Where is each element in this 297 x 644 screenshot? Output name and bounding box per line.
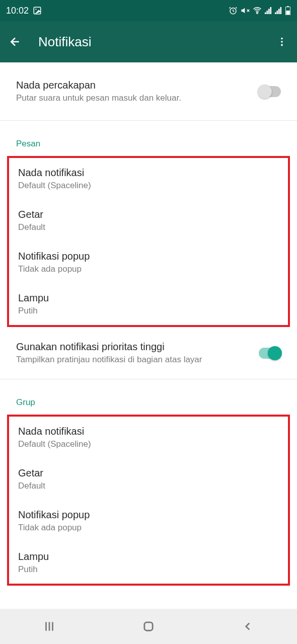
- more-vert-icon: [276, 36, 287, 47]
- pesan-priority-toggle[interactable]: [259, 348, 281, 359]
- section-pesan: Pesan Nada notifikasi Default (Spaceline…: [0, 121, 297, 379]
- grup-light-item[interactable]: Lampu Putih: [9, 542, 288, 584]
- section-grup: Grup Nada notifikasi Default (Spaceline)…: [0, 379, 297, 586]
- setting-text: Gunakan notifikasi prioritas tinggi Tamp…: [16, 341, 259, 365]
- pesan-header: Pesan: [0, 121, 297, 156]
- setting-text: Nada percakapan Putar suara untuk pesan …: [16, 79, 259, 103]
- signal-icon: [265, 7, 272, 15]
- pesan-priority-subtitle: Tampilkan pratinjau notifikasi di bagian…: [16, 355, 259, 365]
- svg-point-1: [35, 9, 36, 10]
- content: Nada percakapan Putar suara untuk pesan …: [0, 62, 297, 586]
- svg-rect-7: [268, 9, 270, 15]
- pesan-vibrate-title: Getar: [18, 209, 279, 220]
- app-bar: Notifikasi: [0, 21, 297, 62]
- home-icon: [141, 619, 156, 633]
- pesan-notification-sound-title: Nada notifikasi: [18, 167, 279, 179]
- svg-rect-8: [270, 7, 272, 14]
- svg-rect-22: [144, 622, 153, 630]
- grup-notification-sound-subtitle: Default (Spaceline): [18, 439, 279, 449]
- image-icon: [33, 6, 42, 15]
- setting-text: Lampu Putih: [18, 551, 279, 575]
- section-general: Nada percakapan Putar suara untuk pesan …: [0, 62, 297, 121]
- svg-rect-12: [280, 7, 282, 14]
- menu-button[interactable]: [275, 35, 289, 49]
- recents-icon: [43, 620, 56, 633]
- svg-rect-6: [267, 11, 268, 14]
- back-nav-button[interactable]: [238, 616, 258, 636]
- pesan-priority-item[interactable]: Gunakan notifikasi prioritas tinggi Tamp…: [0, 327, 297, 379]
- setting-text: Notifikasi popup Tidak ada popup: [18, 509, 279, 533]
- back-button[interactable]: [8, 35, 22, 49]
- setting-text: Getar Default: [18, 467, 279, 491]
- svg-rect-15: [286, 11, 289, 15]
- status-bar: 10:02: [0, 0, 297, 21]
- pesan-popup-item[interactable]: Notifikasi popup Tidak ada popup: [9, 242, 288, 283]
- svg-rect-9: [275, 13, 276, 15]
- setting-text: Nada notifikasi Default (Spaceline): [18, 167, 279, 191]
- conversation-sound-subtitle: Putar suara untuk pesan masuk dan keluar…: [16, 93, 259, 103]
- status-right: [229, 6, 291, 15]
- grup-header: Grup: [0, 379, 297, 415]
- signal-icon-2: [275, 7, 282, 15]
- grup-popup-subtitle: Tidak ada popup: [18, 523, 279, 533]
- pesan-notification-sound-subtitle: Default (Spaceline): [18, 181, 279, 191]
- grup-vibrate-item[interactable]: Getar Default: [9, 458, 288, 500]
- svg-point-17: [281, 41, 283, 43]
- pesan-light-subtitle: Putih: [18, 306, 279, 316]
- home-button[interactable]: [138, 616, 159, 636]
- grup-light-title: Lampu: [18, 551, 279, 562]
- svg-rect-10: [277, 11, 278, 14]
- grup-notification-sound-title: Nada notifikasi: [18, 426, 279, 437]
- pesan-light-item[interactable]: Lampu Putih: [9, 283, 288, 325]
- pesan-vibrate-item[interactable]: Getar Default: [9, 200, 288, 242]
- conversation-sound-toggle[interactable]: [259, 86, 281, 97]
- wifi-icon: [253, 6, 262, 15]
- pesan-notification-sound-item[interactable]: Nada notifikasi Default (Spaceline): [9, 158, 288, 200]
- app-title: Notifikasi: [38, 34, 275, 50]
- grup-popup-title: Notifikasi popup: [18, 509, 279, 521]
- battery-icon: [285, 6, 291, 15]
- grup-light-subtitle: Putih: [18, 565, 279, 575]
- setting-text: Lampu Putih: [18, 292, 279, 316]
- pesan-light-title: Lampu: [18, 292, 279, 304]
- arrow-back-icon: [9, 35, 22, 48]
- conversation-sound-item[interactable]: Nada percakapan Putar suara untuk pesan …: [0, 62, 297, 120]
- pesan-popup-title: Notifikasi popup: [18, 251, 279, 262]
- grup-notification-sound-item[interactable]: Nada notifikasi Default (Spaceline): [9, 417, 288, 458]
- nav-bar: [0, 609, 297, 644]
- setting-text: Getar Default: [18, 209, 279, 232]
- pesan-priority-title: Gunakan notifikasi prioritas tinggi: [16, 341, 259, 353]
- grup-popup-item[interactable]: Notifikasi popup Tidak ada popup: [9, 500, 288, 542]
- grup-vibrate-subtitle: Default: [18, 481, 279, 491]
- status-left: 10:02: [6, 6, 42, 16]
- alarm-icon: [229, 6, 238, 15]
- setting-text: Nada notifikasi Default (Spaceline): [18, 426, 279, 449]
- svg-point-16: [281, 38, 283, 40]
- grup-vibrate-title: Getar: [18, 467, 279, 479]
- svg-point-18: [281, 44, 283, 46]
- recents-button[interactable]: [39, 616, 59, 636]
- svg-rect-5: [265, 13, 266, 15]
- pesan-highlight-box: Nada notifikasi Default (Spaceline) Geta…: [7, 156, 290, 327]
- status-time: 10:02: [6, 6, 29, 16]
- pesan-popup-subtitle: Tidak ada popup: [18, 264, 279, 274]
- pesan-vibrate-subtitle: Default: [18, 222, 279, 232]
- toggle-knob: [258, 85, 272, 99]
- conversation-sound-title: Nada percakapan: [16, 79, 259, 91]
- grup-highlight-box: Nada notifikasi Default (Spaceline) Geta…: [7, 415, 290, 586]
- svg-rect-11: [278, 9, 280, 15]
- mute-icon: [241, 6, 250, 15]
- chevron-left-icon: [241, 620, 254, 633]
- setting-text: Notifikasi popup Tidak ada popup: [18, 251, 279, 274]
- toggle-knob: [268, 346, 282, 360]
